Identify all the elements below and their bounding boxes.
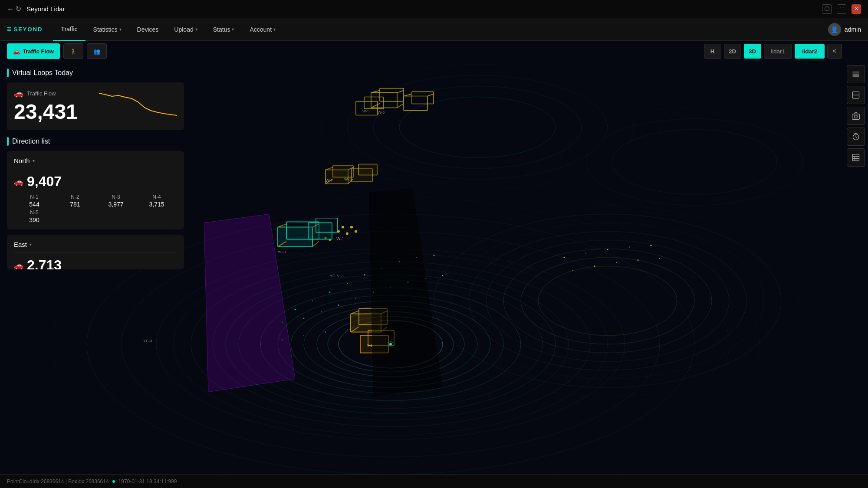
view-controls: H 2D 3D lidar1 lidar2 < xyxy=(704,41,842,62)
svg-text:W-4: W-4 xyxy=(326,178,332,183)
logo-text: SEYOND xyxy=(14,26,43,33)
split-icon xyxy=(852,91,860,99)
direction-list-title: Direction list xyxy=(12,138,50,145)
camera-icon xyxy=(852,111,860,120)
traffic-flow-card: 🚗 Traffic Flow 23,431 xyxy=(7,82,184,130)
lidar1-button[interactable]: lidar1 xyxy=(764,44,792,59)
east-label: East xyxy=(14,241,27,248)
table-button[interactable] xyxy=(847,148,865,167)
nav-item-account[interactable]: Account ▾ xyxy=(242,18,283,41)
right-toolbar xyxy=(844,62,868,170)
navbar: ≡ SEYOND Traffic Statistics ▾ Devices Up… xyxy=(0,18,868,41)
username-label: admin xyxy=(845,26,861,33)
refresh-button[interactable]: ↻ xyxy=(16,5,21,13)
pedestrian-button[interactable]: 🚶 xyxy=(63,43,83,59)
flow-car-icon: 🚗 xyxy=(14,88,23,98)
svg-point-71 xyxy=(346,233,349,235)
svg-text:W-1: W-1 xyxy=(336,236,345,241)
svg-point-46 xyxy=(303,318,305,319)
lane-n5: N-5 390 xyxy=(14,210,55,223)
left-panel: Virtual Loops Today 🚗 Traffic Flow 23,43… xyxy=(0,62,191,474)
group-icon: 👥 xyxy=(93,48,100,55)
svg-rect-139 xyxy=(853,154,859,161)
nav-user[interactable]: 👤 admin xyxy=(828,23,861,36)
svg-text:n-1: n-1 xyxy=(367,343,372,347)
lidar2-button[interactable]: lidar2 xyxy=(795,44,825,59)
main-area: W-1 W-5 W-6 W-4 W-3 YC-1 YC-3 YC-5 n-1 V… xyxy=(0,41,868,474)
svg-rect-95 xyxy=(308,223,332,239)
pedestrian-icon: 🚶 xyxy=(70,48,77,55)
svg-point-54 xyxy=(442,275,444,276)
group-button[interactable]: 👥 xyxy=(87,43,107,59)
svg-point-74 xyxy=(350,226,353,229)
svg-text:W-6: W-6 xyxy=(378,110,385,115)
logo-icon: ≡ xyxy=(7,25,11,34)
layers-button[interactable] xyxy=(847,65,865,83)
east-direction-card: East ▾ 🚗 2,713 xyxy=(7,235,184,269)
svg-point-69 xyxy=(347,329,348,330)
east-count: 2,713 xyxy=(27,257,62,269)
svg-point-62 xyxy=(616,262,617,263)
view-3d-button[interactable]: 3D xyxy=(744,44,761,59)
nav-item-status[interactable]: Status ▾ xyxy=(205,18,242,41)
nav-item-traffic[interactable]: Traffic xyxy=(53,18,85,41)
svg-point-49 xyxy=(355,298,356,299)
svg-point-60 xyxy=(572,270,573,271)
svg-point-124 xyxy=(389,343,392,346)
svg-point-39 xyxy=(347,283,348,284)
svg-point-44 xyxy=(434,255,435,256)
lane-n2: N-2 781 xyxy=(55,194,95,208)
camera-button[interactable] xyxy=(847,107,865,125)
lane-n4: N-4 3,715 xyxy=(136,194,177,208)
statusbar: PointCloudIdx:26836614 | BoxIdx:26836614… xyxy=(0,474,868,488)
north-lanes-grid: N-1 544 N-2 781 N-3 3,977 N-4 3,715 N-5 xyxy=(14,194,177,223)
table-icon xyxy=(852,153,860,162)
app-title: Seyond Lidar xyxy=(26,5,822,13)
view-2d-button[interactable]: 2D xyxy=(724,44,741,59)
svg-point-73 xyxy=(342,226,344,229)
info-button[interactable]: ⓘ xyxy=(822,4,832,14)
status-text-2: 1970-01-31 18:34:11:999 xyxy=(118,478,177,485)
close-button[interactable]: ✕ xyxy=(852,4,861,14)
east-car-icon: 🚗 xyxy=(14,261,23,270)
account-caret: ▾ xyxy=(273,27,276,32)
svg-point-72 xyxy=(355,230,357,233)
nav-item-statistics[interactable]: Statistics ▾ xyxy=(85,18,129,41)
upload-caret: ▾ xyxy=(195,27,197,32)
back-button[interactable]: ← xyxy=(7,5,14,13)
svg-point-56 xyxy=(585,253,586,254)
north-caret[interactable]: ▾ xyxy=(33,158,35,163)
lane-n3: N-3 3,977 xyxy=(95,194,136,208)
north-direction-card: North ▾ 🚗 9,407 N-1 544 N-2 781 N-3 3,97… xyxy=(7,151,184,229)
timer-button[interactable] xyxy=(847,128,865,146)
svg-point-37 xyxy=(312,301,313,301)
view-h-button[interactable]: H xyxy=(704,44,721,59)
nav-item-devices[interactable]: Devices xyxy=(129,18,167,41)
svg-point-57 xyxy=(607,249,608,250)
svg-point-67 xyxy=(303,335,304,336)
svg-text:YC-5: YC-5 xyxy=(330,274,339,278)
nav-logo: ≡ SEYOND xyxy=(7,25,43,34)
split-button[interactable] xyxy=(847,86,865,104)
svg-point-68 xyxy=(325,331,326,333)
svg-point-63 xyxy=(638,259,639,261)
title-bar: ← ↻ Seyond Lidar ⓘ ⛶ ✕ xyxy=(0,0,868,18)
status-caret: ▾ xyxy=(232,27,234,32)
north-label: North xyxy=(14,157,30,164)
svg-point-36 xyxy=(295,309,296,310)
virtual-loops-title: Virtual Loops Today xyxy=(12,69,73,77)
east-caret[interactable]: ▾ xyxy=(30,242,32,247)
north-count: 9,407 xyxy=(27,174,62,190)
svg-line-137 xyxy=(856,137,857,138)
svg-point-64 xyxy=(659,258,660,259)
svg-point-38 xyxy=(329,291,331,293)
nav-item-upload[interactable]: Upload ▾ xyxy=(166,18,205,41)
flow-card-label: Traffic Flow xyxy=(27,90,56,97)
avatar: 👤 xyxy=(828,23,841,36)
traffic-flow-button[interactable]: 🚗 Traffic Flow xyxy=(7,43,60,59)
maximize-button[interactable]: ⛶ xyxy=(837,4,846,14)
collapse-button[interactable]: < xyxy=(827,44,842,59)
svg-point-47 xyxy=(321,311,322,312)
north-car-icon: 🚗 xyxy=(14,177,23,187)
status-text-1: PointCloudIdx:26836614 | BoxIdx:26836614 xyxy=(7,478,109,485)
